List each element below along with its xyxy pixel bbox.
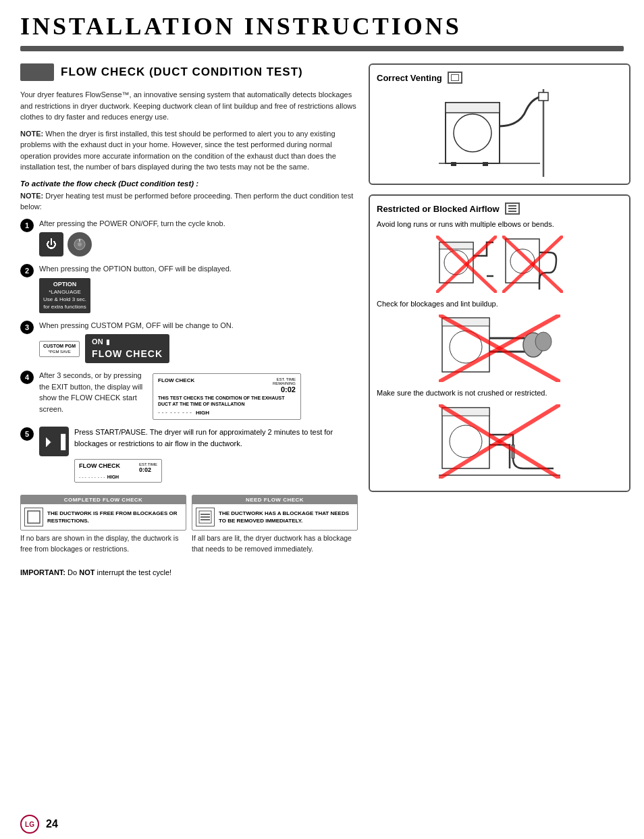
- note1-text: When the dryer is first installed, this …: [20, 130, 336, 171]
- venting-icon: [448, 72, 462, 84]
- step-3-number: 3: [20, 321, 34, 334]
- step-5-inner: ⏵▐ Press START/PAUSE. The dryer will run…: [39, 427, 358, 456]
- fcs-dash-1: - - -: [79, 475, 86, 479]
- custom-pgm-row: CUSTOM PGM *PGM SAVE ON ▮ FLOW CHECK: [39, 334, 358, 363]
- completed-section: COMPLETED FLOW CHECK THE DUCTWORK IS FRE…: [20, 489, 186, 560]
- lines-icon: [198, 510, 212, 524]
- blocked-label: Restricted or Blocked Airflow: [377, 204, 500, 214]
- crushed-svg: [439, 404, 560, 479]
- power-icon: ⏻: [39, 232, 63, 256]
- completed-icon: [24, 508, 43, 526]
- custom-pgm-line1: CUSTOM PGM: [43, 343, 76, 350]
- crushed-illustration: [377, 404, 622, 479]
- svg-point-9: [454, 114, 491, 152]
- section-heading: FLOW CHECK (DUCT CONDITION TEST): [20, 63, 358, 81]
- need-icon: [196, 508, 215, 526]
- lint-illustration: [377, 315, 622, 382]
- intro-p1: Your dryer features FlowSense™, an innov…: [20, 89, 358, 123]
- content: FLOW CHECK (DUCT CONDITION TEST) Your dr…: [0, 63, 644, 809]
- section-heading-bar: [20, 63, 54, 81]
- fc-time-value: 0:02: [273, 385, 296, 394]
- fc-bars: - - - - - - - - - HIGH: [158, 409, 296, 416]
- lint-svg: [439, 315, 560, 382]
- step-4-text-block: After 3 seconds, or by pressing the EXIT…: [39, 370, 147, 414]
- step-2-number: 2: [20, 264, 34, 277]
- step-2-text: When pressing the OPTION button, OFF wil…: [39, 263, 358, 275]
- blocked-lines-icon: [505, 202, 520, 215]
- step-3: 3 When pressing CUSTOM PGM, OFF will be …: [20, 320, 358, 363]
- steps-list: 1 After pressing the POWER ON/OFF, turn …: [20, 218, 358, 483]
- custom-pgm-btn: CUSTOM PGM *PGM SAVE: [39, 341, 80, 357]
- note1-label: NOTE:: [20, 130, 43, 138]
- correct-venting-box: Correct Venting: [369, 63, 630, 185]
- option-line2: *LANGUAGE: [43, 288, 86, 296]
- step-1-icons: ⏻: [39, 232, 358, 256]
- step-4-inner: After 3 seconds, or by pressing the EXIT…: [39, 370, 358, 420]
- need-text: THE DUCTWORK HAS A BLOCKAGE THAT NEEDS T…: [219, 510, 354, 524]
- completed-header: COMPLETED FLOW CHECK: [21, 495, 186, 504]
- fc-dash-3: - - -: [182, 409, 192, 416]
- knob-icon: [68, 232, 92, 256]
- lg-logo: LG: [20, 815, 39, 834]
- elbow-illus-1: [436, 236, 497, 293]
- completed-text: THE DUCTWORK IS FREE FROM BLOCKAGES OR R…: [47, 510, 182, 524]
- svg-rect-15: [483, 162, 488, 166]
- option-display: OPTION *LANGUAGE Use & Hold 3 sec. for e…: [39, 278, 90, 313]
- on-line: ON ▮: [92, 337, 110, 347]
- option-line1: OPTION: [43, 280, 86, 289]
- step-1-content: After pressing the POWER ON/OFF, turn th…: [39, 218, 358, 257]
- fc-title: FLOW CHECK: [158, 377, 194, 383]
- crushed-illus: [439, 404, 560, 479]
- flow-check-screen-large: FLOW CHECK EST. TIME REMAINING 0:02 THIS…: [153, 373, 301, 420]
- flow-check-screen-small: FLOW CHECK EST.TIME 0:02 - - - - - -: [74, 459, 162, 483]
- option-line3: Use & Hold 3 sec.: [43, 296, 86, 303]
- svg-rect-14: [451, 162, 456, 166]
- elbow-illus-2: [502, 236, 563, 293]
- step-2: 2 When pressing the OPTION button, OFF w…: [20, 263, 358, 313]
- important-not: NOT: [79, 568, 95, 576]
- fcs-time: EST.TIME 0:02: [139, 462, 157, 473]
- blocked-text-3: Make sure the ductwork is not crushed or…: [377, 387, 622, 399]
- svg-rect-3: [28, 511, 40, 523]
- svg-rect-32: [442, 408, 489, 468]
- fcs-bars: - - - - - - - - - HIGH: [79, 475, 157, 479]
- elbow-svg-1: [436, 236, 497, 293]
- fcs-header: FLOW CHECK EST.TIME 0:02: [79, 462, 157, 473]
- need-header: NEED FLOW CHECK: [192, 495, 357, 504]
- need-section: NEED FLOW CHECK: [192, 489, 358, 560]
- main-title: INSTALLATION INSTRUCTIONS: [20, 12, 624, 40]
- note1: NOTE: When the dryer is first installed,…: [20, 128, 358, 173]
- fc-dash-2: - - -: [170, 409, 180, 416]
- step-1-text: After pressing the POWER ON/OFF, turn th…: [39, 218, 358, 229]
- step-5-content: ⏵▐ Press START/PAUSE. The dryer will run…: [39, 427, 358, 483]
- fc-high: HIGH: [196, 410, 209, 416]
- left-column: FLOW CHECK (DUCT CONDITION TEST) Your dr…: [20, 63, 358, 796]
- right-column: Correct Venting: [369, 63, 630, 796]
- fcs-high: HIGH: [107, 475, 119, 479]
- completed-body: THE DUCTWORK IS FREE FROM BLOCKAGES OR R…: [21, 504, 186, 530]
- important-label: IMPORTANT:: [20, 568, 65, 576]
- important-text: Do: [68, 568, 79, 576]
- all-bars-text: If all bars are lit, the dryer ductwork …: [192, 533, 358, 555]
- fcs-dash-3: - - -: [98, 475, 105, 479]
- correct-venting-illustration: [377, 89, 622, 177]
- step-1-number: 1: [20, 219, 34, 232]
- need-box: NEED FLOW CHECK: [192, 495, 358, 531]
- blocked-airflow-box: Restricted or Blocked Airflow Avoid long…: [369, 194, 630, 492]
- fcs-dash-2: - - -: [88, 475, 96, 479]
- step-4-content: After 3 seconds, or by pressing the EXIT…: [39, 370, 358, 420]
- blocked-text-2: Check for blockages and lint buildup.: [377, 298, 622, 310]
- important-rest: interrupt the test cycle!: [97, 568, 172, 576]
- step-5-number: 5: [20, 427, 34, 441]
- header-bar: [20, 46, 624, 51]
- step-3-content: When pressing CUSTOM PGM, OFF will be ch…: [39, 320, 358, 363]
- step-3-text: When pressing CUSTOM PGM, OFF will be ch…: [39, 320, 358, 331]
- important-note: IMPORTANT: Do NOT interrupt the test cyc…: [20, 567, 358, 578]
- checkmark-icon: [27, 510, 41, 524]
- window-icon: [451, 74, 459, 81]
- correct-venting-title: Correct Venting: [377, 72, 622, 84]
- no-bars-text: If no bars are shown in the display, the…: [20, 533, 186, 555]
- on-text: ON: [92, 337, 103, 347]
- note2-text: Dryer heating test must be performed bef…: [20, 192, 353, 211]
- fc-desc: THIS TEST CHECKS THE CONDITION OF THE EX…: [158, 395, 296, 407]
